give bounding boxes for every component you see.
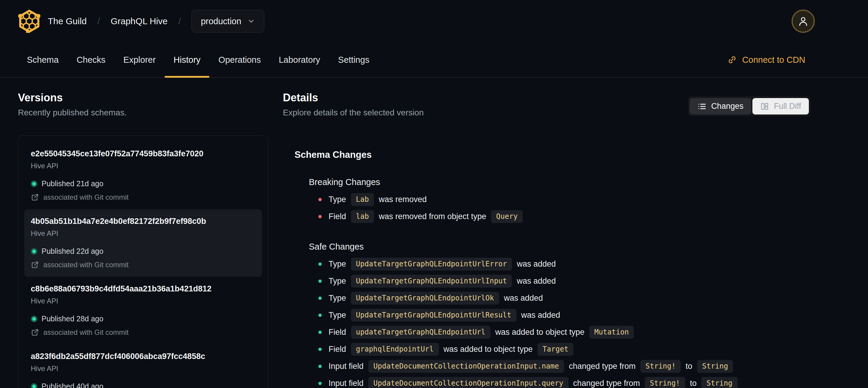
- version-hash: e2e55045345ce13fe07f52a77459b83fa3fe7020: [31, 149, 255, 159]
- details-heading-block: Details Explore details of the selected …: [283, 91, 424, 117]
- change-section-title: Breaking Changes: [309, 177, 811, 187]
- change-sections: Breaking ChangesTypeLabwas removedFieldl…: [294, 177, 811, 388]
- change-text: Type: [329, 310, 346, 320]
- version-card[interactable]: e2e55045345ce13fe07f52a77459b83fa3fe7020…: [24, 142, 262, 209]
- user-avatar[interactable]: [792, 9, 815, 33]
- version-service: Hive API: [31, 364, 255, 373]
- version-service: Hive API: [31, 161, 255, 170]
- version-published-row: Published 22d ago: [31, 247, 255, 256]
- main-content: Versions Recently published schemas. e2e…: [0, 78, 868, 388]
- change-text: to: [690, 379, 697, 388]
- top-bar: The Guild / GraphQL Hive / production: [0, 0, 868, 42]
- version-hash: c8b6e88a06793b9c4dfd54aaa21b36a1b421d812: [31, 284, 255, 294]
- change-text: changed type from: [569, 362, 636, 371]
- change-text: was added to object type: [495, 328, 585, 337]
- code-chip: Lab: [351, 193, 374, 206]
- tab-explorer[interactable]: Explorer: [115, 42, 164, 77]
- view-toggle-full-diff[interactable]: Full Diff: [752, 98, 809, 115]
- schema-changes-heading: Schema Changes: [294, 149, 811, 160]
- code-chip: graphqlEndpointUrl: [351, 343, 439, 356]
- safe-bullet-icon: [318, 314, 322, 317]
- tab-checks[interactable]: Checks: [67, 42, 115, 77]
- view-toggle-changes[interactable]: Changes: [690, 98, 751, 115]
- published-time: Published 22d ago: [41, 247, 103, 256]
- published-time: Published 40d ago: [41, 382, 103, 388]
- git-commit-link[interactable]: associated with Git commit: [31, 261, 255, 269]
- version-hash: a823f6db2a55df877dcf406006abca97fcc4858c: [31, 352, 255, 361]
- change-text: Type: [329, 260, 346, 269]
- code-chip: String!: [645, 377, 685, 388]
- breadcrumb-project[interactable]: GraphQL Hive: [111, 16, 167, 26]
- change-text: was added: [517, 276, 556, 286]
- code-chip: UpdateTargetGraphQLEndpointUrlResult: [351, 309, 517, 322]
- tab-laboratory[interactable]: Laboratory: [270, 42, 329, 77]
- version-service: Hive API: [31, 297, 255, 305]
- details-header: Details Explore details of the selected …: [283, 91, 811, 117]
- change-item: TypeUpdateTargetGraphQLEndpointUrlInputw…: [309, 273, 811, 290]
- git-commit-label: associated with Git commit: [43, 328, 128, 336]
- published-time: Published 28d ago: [41, 315, 103, 323]
- version-published-row: Published 28d ago: [31, 315, 255, 323]
- published-status-dot: [31, 248, 37, 255]
- link-icon: [727, 55, 737, 65]
- nav-tabs: SchemaChecksExplorerHistoryOperationsLab…: [18, 42, 378, 77]
- breaking-bullet-icon: [318, 198, 322, 201]
- git-commit-label: associated with Git commit: [43, 261, 128, 269]
- schema-changes: Schema Changes Breaking ChangesTypeLabwa…: [283, 149, 811, 388]
- safe-bullet-icon: [318, 382, 322, 385]
- change-text: Input field: [329, 362, 364, 371]
- versions-subtitle: Recently published schemas.: [18, 108, 268, 117]
- change-rows: TypeLabwas removedFieldlabwas removed fr…: [309, 191, 811, 225]
- published-status-dot: [31, 383, 37, 388]
- code-chip: Mutation: [589, 326, 634, 339]
- change-text: was added to object type: [443, 345, 533, 354]
- change-text: was added: [504, 294, 543, 303]
- view-toggle-label: Full Diff: [774, 101, 801, 111]
- change-section-breaking: Breaking ChangesTypeLabwas removedFieldl…: [294, 177, 811, 225]
- project-nav: SchemaChecksExplorerHistoryOperationsLab…: [0, 42, 868, 78]
- version-card[interactable]: a823f6db2a55df877dcf406006abca97fcc4858c…: [24, 345, 262, 388]
- change-item: Input fieldUpdateDocumentCollectionOpera…: [309, 375, 811, 388]
- change-item: FieldupdateTargetGraphQLEndpointUrlwas a…: [309, 324, 811, 341]
- chevron-down-icon: [247, 17, 255, 25]
- version-service: Hive API: [31, 229, 255, 238]
- change-text: was added: [521, 310, 560, 320]
- version-card[interactable]: c8b6e88a06793b9c4dfd54aaa21b36a1b421d812…: [24, 277, 262, 345]
- tab-history[interactable]: History: [164, 42, 209, 77]
- breadcrumb-org[interactable]: The Guild: [48, 16, 87, 26]
- connect-to-cdn-button[interactable]: Connect to CDN: [727, 42, 805, 77]
- breadcrumb-separator: /: [178, 16, 181, 26]
- code-chip: String: [697, 360, 733, 373]
- version-card[interactable]: 4b05ab51b1b4a7e2e4b0ef82172f2b9f7ef98c0b…: [24, 209, 262, 277]
- version-published-row: Published 40d ago: [31, 382, 255, 388]
- code-chip: UpdateTargetGraphQLEndpointUrlInput: [351, 275, 512, 288]
- change-item: Input fieldUpdateDocumentCollectionOpera…: [309, 358, 811, 375]
- list-icon: [698, 102, 706, 111]
- target-selector[interactable]: production: [191, 10, 264, 33]
- tab-operations[interactable]: Operations: [209, 42, 270, 77]
- change-text: Field: [329, 212, 346, 221]
- change-text: was added: [517, 260, 556, 269]
- external-link-icon: [31, 193, 39, 202]
- change-text: Type: [329, 195, 346, 204]
- git-commit-link[interactable]: associated with Git commit: [31, 328, 255, 336]
- hive-logo-icon[interactable]: [18, 9, 41, 33]
- change-section-title: Safe Changes: [309, 241, 811, 252]
- columns-icon: [760, 102, 769, 111]
- code-chip: UpdateTargetGraphQLEndpointUrlOk: [351, 292, 499, 305]
- change-text: was removed from object type: [379, 212, 486, 221]
- change-item: TypeUpdateTargetGraphQLEndpointUrlErrorw…: [309, 256, 811, 273]
- tab-schema[interactable]: Schema: [18, 42, 67, 77]
- git-commit-label: associated with Git commit: [43, 193, 128, 202]
- change-section-safe: Safe ChangesTypeUpdateTargetGraphQLEndpo…: [294, 241, 811, 388]
- breadcrumb-separator: /: [97, 16, 100, 26]
- view-toggle-label: Changes: [711, 101, 743, 111]
- code-chip: UpdateDocumentCollectionOperationInput.q…: [368, 377, 568, 388]
- tab-settings[interactable]: Settings: [329, 42, 378, 77]
- versions-title: Versions: [18, 91, 268, 104]
- safe-bullet-icon: [318, 297, 322, 300]
- git-commit-link[interactable]: associated with Git commit: [31, 193, 255, 202]
- change-text: Input field: [329, 379, 364, 388]
- details-panel: Details Explore details of the selected …: [283, 91, 811, 388]
- code-chip: Query: [491, 210, 523, 223]
